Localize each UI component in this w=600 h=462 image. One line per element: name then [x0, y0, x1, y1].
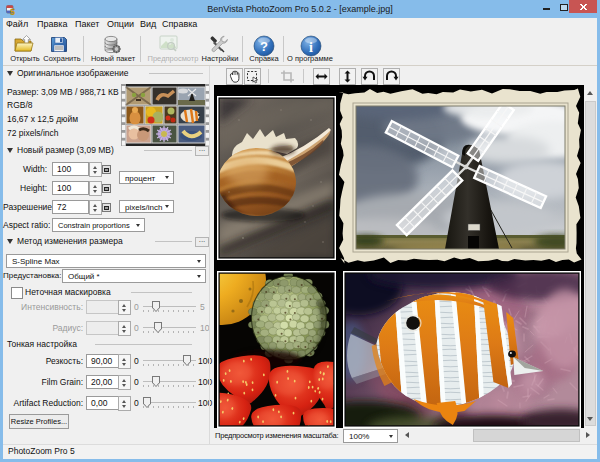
svg-text:?: ? — [260, 39, 268, 54]
svg-text:i: i — [309, 40, 313, 55]
svg-text:5: 5 — [10, 7, 15, 16]
